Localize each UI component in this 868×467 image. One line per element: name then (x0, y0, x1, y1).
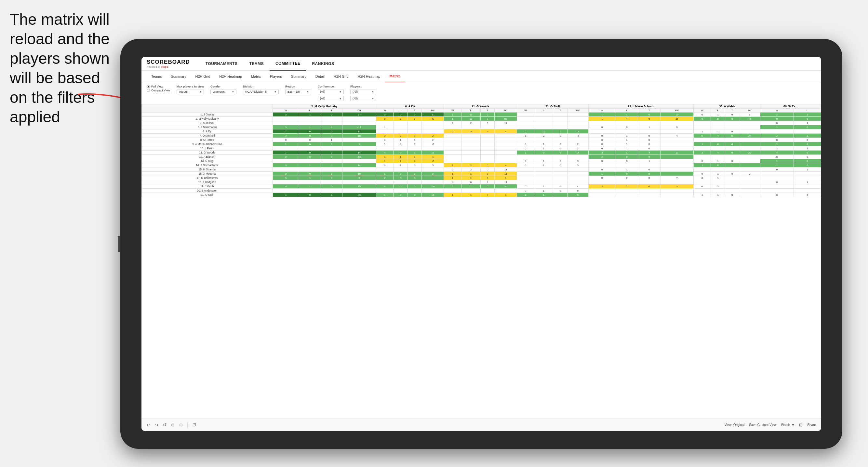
matrix-cell: 0 (407, 155, 422, 159)
tablet-side-button (118, 236, 120, 252)
row-player-name: 13. N Klug (142, 159, 273, 163)
matrix-cell: 0 (725, 142, 739, 146)
conference-select2[interactable]: (All) ▼ (318, 96, 344, 101)
matrix-cell (567, 155, 588, 159)
subnav-h2h-grid[interactable]: H2H Grid (191, 70, 215, 82)
matrix-content: 2. M Kelly Mulcahy 6. A Dy 11. G Woods 2… (142, 104, 821, 418)
subnav-players[interactable]: Players (266, 70, 286, 82)
matrix-cell (517, 125, 534, 129)
zoom-reset-icon[interactable]: ⊙ (179, 423, 183, 427)
compact-view-radio[interactable]: Compact View (147, 89, 170, 92)
matrix-cell: 4 (376, 151, 394, 155)
matrix-cell: 4 (616, 117, 638, 121)
matrix-cell: 0 (725, 193, 739, 197)
matrix-cell: 1 (534, 142, 553, 146)
matrix-cell (444, 189, 462, 193)
matrix-cell: 0 (299, 142, 321, 146)
undo-icon[interactable]: ↩ (147, 423, 150, 427)
matrix-cell (660, 172, 693, 176)
zoom-in-icon[interactable]: ⊕ (171, 423, 175, 427)
subnav-matrix[interactable]: Matrix (247, 70, 266, 82)
view-original-btn[interactable]: View: Original (724, 423, 745, 427)
matrix-cell (567, 125, 588, 129)
conference-filter: Conference (All) ▼ (All) ▼ (318, 85, 344, 101)
matrix-cell: 11 (495, 172, 517, 176)
matrix-cell: 1 (553, 129, 567, 134)
matrix-cell (480, 142, 495, 146)
matrix-cell: 20 (739, 151, 761, 155)
matrix-cell (534, 180, 553, 184)
grid-icon[interactable]: ⊞ (799, 423, 803, 427)
matrix-cell: 0 (794, 163, 821, 167)
max-players-select[interactable]: Top 25 ▼ (177, 89, 204, 94)
matrix-cell (321, 167, 342, 172)
matrix-cell (422, 125, 444, 129)
refresh-icon[interactable]: ↺ (163, 423, 166, 427)
redo-icon[interactable]: ↪ (155, 423, 158, 427)
matrix-cell: 0 (407, 184, 422, 189)
table-row: 10. L Perini010201011 (142, 146, 821, 151)
matrix-cell (660, 159, 693, 163)
sub-t1: T (321, 108, 342, 113)
nav-rankings[interactable]: RANKINGS (306, 57, 340, 70)
matrix-cell: 0 (321, 184, 342, 189)
row-player-name: 2. M Kelly Mulcahy (142, 117, 273, 121)
clock-icon[interactable]: ⏱ (192, 423, 196, 427)
matrix-cell: 0 (407, 117, 422, 121)
matrix-cell: 0 (517, 129, 534, 134)
matrix-cell: 1 (299, 125, 321, 129)
matrix-cell: 2 (694, 151, 711, 155)
save-custom-btn[interactable]: Save Custom View (749, 423, 776, 427)
matrix-cell: 0 (711, 163, 725, 167)
matrix-cell: 1 (588, 113, 616, 117)
matrix-cell: 1 (694, 129, 711, 134)
matrix-cell (444, 142, 462, 146)
matrix-cell (480, 159, 495, 163)
matrix-cell: 3 (273, 113, 299, 117)
nav-committee[interactable]: COMMITTEE (270, 57, 306, 70)
matrix-cell: 3 (422, 172, 444, 176)
matrix-cell (694, 167, 711, 172)
matrix-cell (462, 155, 480, 159)
top-navigation: SCOREBOARD Powered by clippd TOURNAMENTS… (142, 57, 821, 70)
matrix-cell: 1 (462, 176, 480, 180)
subnav-h2h-heatmap2[interactable]: H2H Heatmap (353, 70, 385, 82)
region-select[interactable]: East - DII ▼ (285, 89, 311, 94)
players-select2[interactable]: (All) ▼ (350, 96, 376, 101)
matrix-cell: 0 (660, 125, 693, 129)
matrix-cell: 0 (480, 176, 495, 180)
watch-btn[interactable]: Watch ▼ (781, 423, 795, 427)
nav-teams[interactable]: TEAMS (243, 57, 270, 70)
matrix-cell (711, 167, 725, 172)
gender-select[interactable]: Women's ▼ (210, 89, 237, 94)
matrix-cell (711, 180, 725, 184)
division-select[interactable]: NCAA Division II ▼ (243, 89, 279, 94)
matrix-cell (342, 121, 376, 125)
conference-select[interactable]: (All) ▼ (318, 89, 344, 94)
subnav-summary[interactable]: Summary (166, 70, 191, 82)
subnav-h2h-heatmap[interactable]: H2H Heatmap (215, 70, 247, 82)
matrix-cell: 0 (553, 159, 567, 163)
players-select[interactable]: (All) ▼ (350, 89, 376, 94)
matrix-cell (588, 121, 616, 125)
subnav-matrix2[interactable]: Matrix (385, 70, 404, 82)
matrix-cell: 0 (588, 167, 616, 172)
full-view-radio[interactable]: Full View (147, 85, 170, 88)
share-btn[interactable]: Share (807, 423, 816, 427)
matrix-cell (444, 151, 462, 155)
matrix-cell: 1 (517, 151, 534, 155)
row-player-name: 19. J Karth (142, 184, 273, 189)
matrix-cell (342, 117, 376, 121)
matrix-cell: 1 (711, 193, 725, 197)
matrix-cell: 1 (761, 159, 794, 163)
subnav-teams[interactable]: Teams (147, 70, 166, 82)
players-sub-value: (All) (352, 97, 358, 100)
matrix-cell: 1 (761, 142, 794, 146)
nav-tournaments[interactable]: TOURNAMENTS (200, 57, 244, 70)
subnav-summary2[interactable]: Summary (286, 70, 311, 82)
subnav-h2h-grid2[interactable]: H2H Grid (329, 70, 353, 82)
matrix-cell (534, 125, 553, 129)
subnav-detail[interactable]: Detail (311, 70, 329, 82)
matrix-cell: 2 (616, 184, 638, 189)
matrix-cell (638, 189, 660, 193)
